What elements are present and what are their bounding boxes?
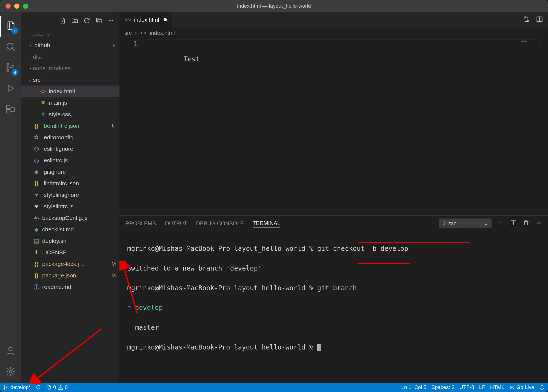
compare-changes-button[interactable] xyxy=(523,16,530,24)
file-stylelintignore[interactable]: ♥ .stylelintignore xyxy=(21,189,119,201)
panel-tab-debug[interactable]: DEBUG CONSOLE xyxy=(196,219,244,228)
status-eol[interactable]: LF xyxy=(479,384,485,390)
status-ln-col[interactable]: Ln 1, Col 5 xyxy=(401,384,426,390)
status-problems[interactable]: 0 0 xyxy=(46,384,68,390)
eslint-gray-icon: ◍ xyxy=(33,146,40,152)
maximize-panel-button[interactable] xyxy=(535,220,542,228)
terminal-cursor xyxy=(317,344,321,351)
activity-scm[interactable]: 4 xyxy=(0,58,21,78)
status-language[interactable]: HTML xyxy=(490,384,504,390)
file-package-json[interactable]: {} package.jsonM xyxy=(21,270,119,281)
status-warnings: 0 xyxy=(65,384,68,390)
status-encoding[interactable]: UTF-8 xyxy=(459,384,474,390)
file-bemlintrc[interactable]: {} .bemlintrc.jsonU xyxy=(21,120,119,132)
gear-file-icon: ✿ xyxy=(33,134,40,141)
explorer-badge: 1 xyxy=(12,27,18,34)
file-main-js[interactable]: JS main.js xyxy=(21,97,119,109)
activity-search[interactable] xyxy=(0,37,21,58)
tab-bar: <> index.html xyxy=(119,12,548,27)
breadcrumb-index-html[interactable]: index.html xyxy=(150,30,175,36)
activity-debug[interactable] xyxy=(0,78,21,99)
panel-tab-problems[interactable]: PROBLEMS xyxy=(125,219,156,228)
svg-rect-5 xyxy=(7,109,10,113)
file-eslintrc[interactable]: ◍ .eslintrc.js xyxy=(21,155,119,166)
file-readme[interactable]: ⓘ readme.md xyxy=(21,281,119,293)
status-go-live[interactable]: Go Live xyxy=(509,384,534,390)
js-file-icon: JS xyxy=(39,101,47,105)
current-line-highlight xyxy=(144,39,540,48)
scm-badge: 4 xyxy=(12,69,18,76)
more-button[interactable] xyxy=(107,17,115,25)
status-branch[interactable]: develop* xyxy=(3,384,31,390)
folder-cache[interactable]: ›.cache xyxy=(21,28,119,39)
folder-src[interactable]: ⌄src xyxy=(21,74,119,86)
file-package-lock[interactable]: {} package-lock.j…M xyxy=(21,258,119,270)
activity-accounts[interactable] xyxy=(0,341,21,362)
license-file-icon: ℹ xyxy=(33,249,40,256)
markdown-file-icon: ◆ xyxy=(33,226,40,233)
file-deploy[interactable]: ▤ deploy.sh xyxy=(21,235,119,247)
js-file-icon: JS xyxy=(33,216,40,220)
terminal-prompt: mgrinko@Mishas-MacBook-Pro layout_hello-… xyxy=(127,245,317,252)
activity-explorer[interactable]: 1 xyxy=(0,16,21,37)
folder-github[interactable]: ›.github● xyxy=(21,39,119,51)
minimize-window-button[interactable] xyxy=(14,4,19,9)
terminal[interactable]: mgrinko@Mishas-MacBook-Pro layout_hello-… xyxy=(119,231,548,383)
breadcrumbs[interactable]: src › <> index.html xyxy=(119,27,548,38)
file-tree: ›.cache ›.github● ›dist ›node_modules ⌄s… xyxy=(21,27,119,383)
folder-node-modules[interactable]: ›node_modules xyxy=(21,63,119,74)
file-editorconfig[interactable]: ✿ .editorconfig xyxy=(21,132,119,143)
traffic-lights xyxy=(5,4,28,9)
svg-point-7 xyxy=(9,347,12,351)
status-feedback[interactable] xyxy=(539,385,545,390)
activity-extensions[interactable] xyxy=(0,99,21,120)
refresh-button[interactable] xyxy=(83,17,90,25)
folder-dist[interactable]: ›dist xyxy=(21,51,119,63)
fullscreen-window-button[interactable] xyxy=(23,4,28,9)
collapse-all-button[interactable] xyxy=(95,17,102,25)
panel-tab-output[interactable]: OUTPUT xyxy=(165,219,187,228)
svg-rect-4 xyxy=(7,105,10,109)
git-file-icon: ◆ xyxy=(33,169,40,175)
kill-terminal-button[interactable] xyxy=(523,220,529,228)
file-gitignore[interactable]: ◆ .gitignore xyxy=(21,166,119,178)
breadcrumb-src[interactable]: src xyxy=(124,30,132,36)
file-index-html[interactable]: <> index.html xyxy=(21,86,119,97)
info-file-icon: ⓘ xyxy=(33,283,40,291)
tab-index-html[interactable]: <> index.html xyxy=(119,12,173,27)
file-style-css[interactable]: # style.css xyxy=(21,109,119,120)
css-file-icon: # xyxy=(39,111,47,118)
editor-group: <> index.html src › <> ind xyxy=(119,12,548,383)
split-editor-button[interactable] xyxy=(536,16,543,24)
file-license: ℹ LICENSE xyxy=(21,247,119,258)
editor-content[interactable]: Test xyxy=(144,38,548,215)
new-file-button[interactable] xyxy=(59,17,66,25)
close-window-button[interactable] xyxy=(5,4,11,9)
annotation-underline-1 xyxy=(358,242,470,243)
new-terminal-button[interactable] xyxy=(498,220,504,228)
file-linthtmlrc[interactable]: {} .linthtmlrc.json xyxy=(21,178,119,189)
html-file-icon: <> xyxy=(39,88,47,95)
activity-settings[interactable] xyxy=(0,362,21,383)
terminal-picker[interactable]: 2: zsh ⌄ xyxy=(439,218,492,228)
panel-tab-terminal[interactable]: TERMINAL xyxy=(253,219,280,228)
tab-label: index.html xyxy=(134,17,159,23)
status-sync[interactable] xyxy=(36,385,41,390)
file-eslintignore[interactable]: ◍ .eslintignore xyxy=(21,143,119,155)
chevron-down-icon: ⌄ xyxy=(484,220,488,227)
current-branch: develop xyxy=(135,304,163,312)
split-terminal-button[interactable] xyxy=(510,220,517,228)
shell-file-icon: ▤ xyxy=(33,238,40,244)
code-editor[interactable]: 1 Test xyxy=(119,38,548,215)
gear-icon xyxy=(5,367,16,378)
file-checklist[interactable]: ◆ checklist.md xyxy=(21,224,119,235)
svg-point-11 xyxy=(109,20,110,21)
branch-star: * xyxy=(127,304,135,312)
file-backstopconfig[interactable]: JS backstopConfig.js xyxy=(21,212,119,224)
svg-point-24 xyxy=(511,387,513,388)
file-stylelintrc[interactable]: ♥ .stylelintrc.js xyxy=(21,201,119,212)
svg-point-12 xyxy=(110,20,111,21)
new-folder-button[interactable] xyxy=(71,17,78,25)
terminal-output: Switched to a new branch 'develop' xyxy=(127,263,540,273)
status-spaces[interactable]: Spaces: 2 xyxy=(431,384,455,390)
